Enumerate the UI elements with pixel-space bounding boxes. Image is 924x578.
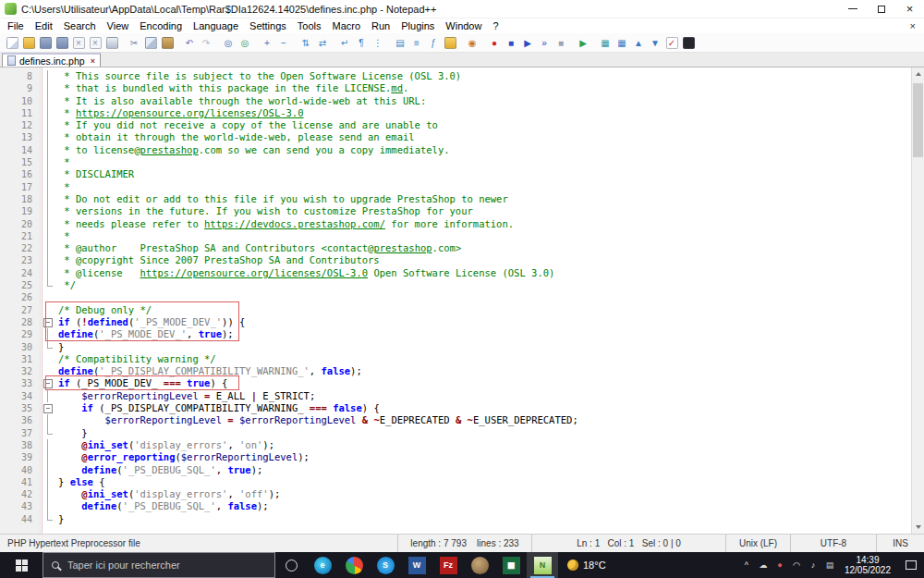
open-folder-icon[interactable] <box>20 34 37 51</box>
tray-security-icon[interactable]: ● <box>772 560 787 570</box>
plugin-grid-icon[interactable]: ▦ <box>597 34 614 51</box>
window-controls: × <box>838 0 924 18</box>
zoom-in-icon[interactable]: + <box>259 34 275 51</box>
fold-margin <box>41 230 55 242</box>
vertical-scrollbar[interactable] <box>911 68 924 534</box>
fold-margin <box>41 107 55 119</box>
mime-tools-icon[interactable] <box>680 34 697 51</box>
paste-icon[interactable] <box>159 34 176 51</box>
stop-macro-icon[interactable]: ■ <box>503 34 519 51</box>
scroll-up-arrow-icon[interactable] <box>912 68 924 80</box>
print-icon[interactable] <box>103 34 120 51</box>
menu-plugins[interactable]: Plugins <box>395 18 440 33</box>
zoom-out-icon[interactable]: − <box>275 34 292 51</box>
run-macro-multiple-icon[interactable]: » <box>536 34 553 51</box>
tray-usb-icon[interactable]: ▤ <box>822 560 837 570</box>
save-all-icon[interactable] <box>54 34 70 51</box>
menu-help[interactable]: ? <box>487 18 504 33</box>
folder-as-workspace-icon[interactable] <box>442 34 458 51</box>
taskbar-app-chrome[interactable] <box>338 552 370 578</box>
taskbar-weather[interactable]: 18°C <box>558 552 615 578</box>
taskbar-app-edge[interactable]: e <box>307 552 338 578</box>
find-icon[interactable]: ◎ <box>220 34 237 51</box>
taskbar-app-gimp[interactable] <box>464 552 495 578</box>
line-number: 13 <box>0 131 41 143</box>
scrollbar-thumb[interactable] <box>913 83 923 157</box>
plugin-table-icon[interactable]: ▦ <box>614 34 630 51</box>
new-file-icon[interactable] <box>4 34 20 51</box>
menu-run[interactable]: Run <box>366 18 395 33</box>
tray-volume-icon[interactable]: ♪ <box>806 560 821 570</box>
close-all-icon[interactable]: × <box>87 34 103 51</box>
line-number: 9 <box>0 82 41 94</box>
line-number: 21 <box>0 230 41 242</box>
scroll-down-arrow-icon[interactable] <box>912 521 924 534</box>
status-encoding[interactable]: UTF-8 <box>790 535 876 552</box>
menu-tools[interactable]: Tools <box>292 18 327 33</box>
cortana-button[interactable] <box>275 552 307 578</box>
start-button[interactable] <box>0 552 43 578</box>
taskbar-app-skype[interactable]: S <box>370 552 401 578</box>
tray-network-icon[interactable]: ◠ <box>789 560 804 570</box>
menu-settings[interactable]: Settings <box>244 18 292 33</box>
menu-language[interactable]: Language <box>188 18 244 33</box>
tab-defines-inc-php[interactable]: defines.inc.php × <box>2 53 101 67</box>
record-macro-icon[interactable]: ● <box>486 34 503 51</box>
tab-close-icon[interactable]: × <box>91 56 95 66</box>
status-eol-format[interactable]: Unix (LF) <box>725 535 790 552</box>
restore-button[interactable] <box>867 0 895 18</box>
document-map-icon[interactable]: ▤ <box>392 34 408 51</box>
cortana-circle-icon <box>286 560 298 572</box>
taskbar-clock[interactable]: 14:39 12/05/2022 <box>837 552 898 578</box>
menu-search[interactable]: Search <box>58 18 102 33</box>
save-icon[interactable] <box>37 34 54 51</box>
copy-icon[interactable] <box>142 34 159 51</box>
taskbar-app-word[interactable]: W <box>401 552 432 578</box>
code-line: 14 * to license@prestashop.com so we can… <box>0 144 924 156</box>
save-macro-icon[interactable]: ■ <box>553 34 569 51</box>
spell-check-icon[interactable]: ✓ <box>663 34 680 51</box>
code-editor[interactable]: 8 * This source file is subject to the O… <box>0 68 924 534</box>
close-button[interactable]: × <box>895 0 924 18</box>
menu-macro[interactable]: Macro <box>326 18 366 33</box>
minimize-button[interactable] <box>838 0 867 18</box>
sync-scroll-vertical-icon[interactable]: ⇅ <box>298 34 314 51</box>
menubar-close-icon[interactable]: × <box>902 20 924 31</box>
function-list-icon[interactable]: ƒ <box>425 34 442 51</box>
taskbar-app-excel[interactable]: ▦ <box>495 552 527 578</box>
menu-edit[interactable]: Edit <box>30 18 58 33</box>
hidden-icons-chevron-icon[interactable]: ^ <box>739 560 754 570</box>
redo-icon[interactable]: ↷ <box>198 34 214 51</box>
show-all-characters-icon[interactable]: ¶ <box>353 34 370 51</box>
menu-window[interactable]: Window <box>440 18 487 33</box>
taskbar-app-filezilla[interactable]: Fz <box>432 552 464 578</box>
monitoring-icon[interactable]: ◉ <box>464 34 480 51</box>
title-bar: C:\Users\Utilisateur\AppData\Local\Temp\… <box>0 0 924 18</box>
close-file-icon[interactable]: × <box>70 34 87 51</box>
action-center-button[interactable] <box>898 552 924 578</box>
taskbar-app-gimp-icon <box>471 557 489 574</box>
plugin-arrow-down-icon[interactable]: ▼ <box>647 34 663 51</box>
run-icon[interactable]: ▶ <box>575 34 591 51</box>
taskbar-search[interactable]: Taper ici pour rechercher <box>43 552 275 578</box>
code-text: * If you did not receive a copy of the l… <box>55 119 438 131</box>
taskbar-app-skype-icon: S <box>377 557 395 574</box>
taskbar-app-notepadpp[interactable]: N <box>527 552 558 578</box>
fold-toggle-icon[interactable] <box>41 402 55 414</box>
code-text: * to license@prestashop.com so we can se… <box>55 144 450 156</box>
indent-guide-icon[interactable]: ⋮ <box>370 34 386 51</box>
code-line: 12 * If you did not receive a copy of th… <box>0 119 924 131</box>
plugin-arrow-up-icon[interactable]: ▲ <box>630 34 647 51</box>
menu-file[interactable]: File <box>2 18 30 33</box>
cut-icon[interactable]: ✂ <box>126 34 142 51</box>
status-insert-mode[interactable]: INS <box>876 535 924 552</box>
undo-icon[interactable]: ↶ <box>181 34 198 51</box>
word-wrap-icon[interactable]: ↵ <box>336 34 353 51</box>
menu-encoding[interactable]: Encoding <box>134 18 188 33</box>
tray-onedrive-icon[interactable]: ☁ <box>756 560 771 570</box>
document-list-icon[interactable]: ≡ <box>408 34 425 51</box>
sync-scroll-horizontal-icon[interactable]: ⇄ <box>314 34 331 51</box>
replace-icon[interactable]: ◎ <box>237 34 253 51</box>
play-macro-icon[interactable]: ▶ <box>519 34 536 51</box>
menu-view[interactable]: View <box>102 18 135 33</box>
